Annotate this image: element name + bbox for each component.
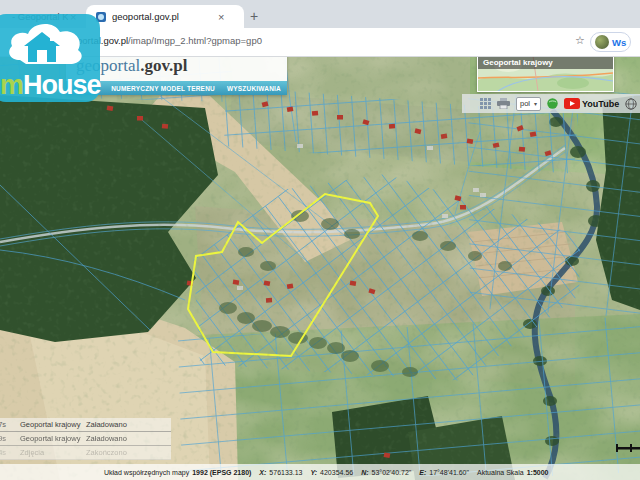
printer-icon[interactable] xyxy=(497,98,510,109)
notification-status: Załadowano xyxy=(86,434,127,443)
notification-source: Geoportal krajowy xyxy=(20,434,86,443)
notification-time: 59s xyxy=(0,434,20,443)
youtube-link[interactable]: YouTube xyxy=(564,98,619,109)
mhouse-watermark: mHouse xyxy=(0,14,100,102)
menu-item-nmt[interactable]: NUMERYCZNY MODEL TERENU xyxy=(111,85,215,92)
wordmark-house: House xyxy=(23,70,101,100)
map-status-bar: Układ współrzędnych mapy 1992 (EPSG 2180… xyxy=(0,464,640,480)
notification-toasts: 77s Geoportal krajowy Załadowano 59s Geo… xyxy=(0,418,171,460)
notification-status: Załadowano xyxy=(86,420,127,429)
youtube-label: YouTube xyxy=(582,99,619,109)
e-value: 17°48'41.60" xyxy=(429,469,469,476)
texture-overlay xyxy=(0,56,640,480)
crs-label: Układ współrzędnych mapy xyxy=(104,469,189,476)
layers-grid-icon[interactable] xyxy=(480,98,491,109)
n-label: N: xyxy=(361,469,368,476)
bookmark-star-icon[interactable]: ☆ xyxy=(575,34,585,47)
tab-label: geoportal.gov.pl xyxy=(112,11,216,22)
new-tab-button[interactable]: + xyxy=(244,6,264,26)
close-tab-icon[interactable]: × xyxy=(218,11,224,23)
avatar xyxy=(595,35,609,49)
x-label: X: xyxy=(259,469,266,476)
map-viewport[interactable]: geoportal.gov.pl NUMERYCZNY MODEL TERENU… xyxy=(0,56,640,480)
screen: geoportal.gov.pl NUMERYCZNY MODEL TERENU… xyxy=(0,0,640,480)
notification-source: Zdjęcia xyxy=(20,448,86,457)
y-value: 420354.56 xyxy=(320,469,353,476)
mhouse-wordmark: mHouse xyxy=(0,70,101,101)
notification: 77s Geoportal krajowy Załadowano xyxy=(0,418,171,432)
logo-tld: .gov.pl xyxy=(140,56,187,75)
notification-source: Geoportal krajowy xyxy=(20,420,86,429)
wordmark-m: m xyxy=(0,70,23,100)
notification-time: 04s xyxy=(0,448,20,457)
globe-icon[interactable] xyxy=(625,98,637,110)
profile-label: Ws xyxy=(612,37,626,48)
overview-title: Geoportal krajowy xyxy=(478,56,613,69)
language-selector[interactable]: pol ▾ xyxy=(516,97,541,111)
y-label: Y: xyxy=(310,469,317,476)
menu-item-wyszukiwania[interactable]: WYSZUKIWANIA xyxy=(227,85,281,92)
notification: 59s Geoportal krajowy Załadowano xyxy=(0,432,171,446)
house-cloud-icon xyxy=(6,20,86,72)
tab-geoportal-active[interactable]: geoportal.gov.pl × xyxy=(86,5,244,28)
url-path: /imap/Imgp_2.html?gpmap=gp0 xyxy=(128,35,262,46)
chevron-down-icon: ▾ xyxy=(534,100,537,107)
satellite-map[interactable] xyxy=(0,56,640,480)
language-value: pol xyxy=(520,99,530,108)
overview-toolbar: pol ▾ YouTube xyxy=(462,94,640,113)
youtube-icon xyxy=(564,98,580,109)
x-value: 576133.13 xyxy=(269,469,302,476)
overview-map-thumbnail[interactable]: Geoportal krajowy xyxy=(477,56,614,92)
profile-chip[interactable]: Ws xyxy=(590,32,631,52)
globe-green-icon[interactable] xyxy=(547,98,558,109)
scale-label: Aktualna Skala xyxy=(477,469,524,476)
crs-value: 1992 (EPSG 2180) xyxy=(192,469,251,476)
n-value: 53°02'40.72" xyxy=(372,469,412,476)
notification-time: 77s xyxy=(0,420,20,429)
notification: 04s Zdjęcia Zakończono xyxy=(0,446,171,460)
scale-value: 1:5000 xyxy=(527,469,549,476)
notification-status: Zakończono xyxy=(86,448,127,457)
e-label: E: xyxy=(419,469,426,476)
